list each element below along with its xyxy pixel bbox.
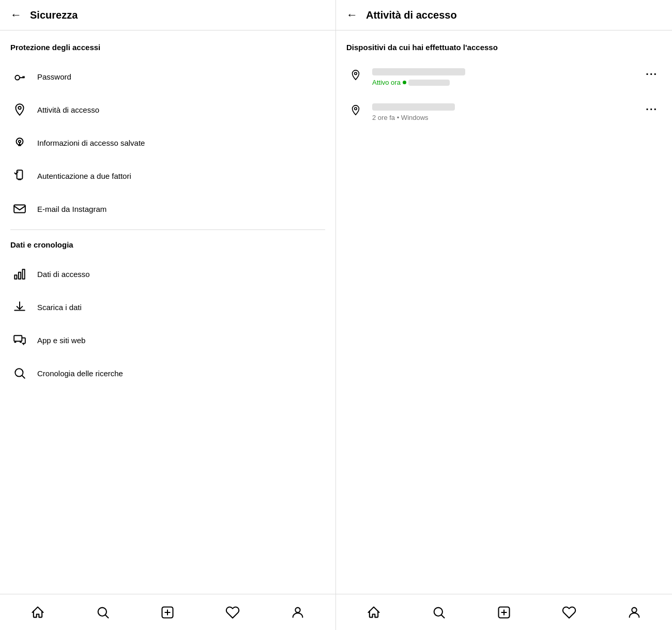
nav-heart-left[interactable]: [220, 600, 245, 625]
svg-rect-8: [22, 269, 24, 279]
device-name-blurred-1: [372, 68, 465, 75]
device-location-icon-2: [346, 103, 365, 122]
left-back-button[interactable]: ←: [10, 8, 22, 22]
menu-item-two-factor[interactable]: Autenticazione a due fattori: [10, 159, 325, 192]
device-item-2: 2 ore fa • Windows ···: [346, 95, 662, 130]
svg-point-18: [632, 607, 636, 612]
device-name-blurred-2: [372, 103, 455, 111]
svg-point-11: [98, 607, 106, 616]
nav-search-right[interactable]: [426, 600, 451, 625]
nav-add-right[interactable]: [492, 600, 516, 625]
active-dot-1: [403, 81, 406, 84]
menu-item-email-label: E-mail da Instagram: [37, 205, 106, 213]
svg-point-16: [434, 607, 442, 616]
mail-icon: [10, 199, 29, 218]
nav-profile-left[interactable]: [285, 600, 310, 625]
section-divider: [10, 229, 325, 230]
menu-item-apps-web-label: App e siti web: [37, 336, 85, 345]
menu-item-login-activity-label: Attività di accesso: [37, 105, 99, 114]
menu-item-download-data-label: Scarica i dati: [37, 303, 82, 312]
menu-item-search-history[interactable]: Cronologia delle ricerche: [10, 357, 325, 390]
left-panel: ← Sicurezza Protezione degli accessi Pas…: [0, 0, 336, 630]
svg-rect-9: [14, 335, 22, 341]
left-panel-title: Sicurezza: [30, 9, 78, 21]
nav-home-left[interactable]: [25, 600, 50, 625]
search-history-icon: [10, 364, 29, 382]
menu-item-saved-login-label: Informazioni di accesso salvate: [37, 139, 145, 147]
svg-point-13: [295, 607, 300, 612]
device-status-active-1: Attivo ora: [372, 79, 642, 86]
monitor-icon: [10, 331, 29, 349]
nav-add-left[interactable]: [155, 600, 180, 625]
menu-item-login-activity[interactable]: Attività di accesso: [10, 93, 325, 126]
device-info-2: 2 ore fa • Windows: [372, 103, 642, 121]
nav-profile-right[interactable]: [622, 600, 647, 625]
menu-item-access-data-label: Dati di accesso: [37, 270, 90, 279]
svg-point-1: [18, 106, 21, 109]
key-icon: [10, 67, 29, 86]
bar-chart-icon: [10, 265, 29, 283]
section1-title: Protezione degli accessi: [10, 43, 325, 52]
svg-point-15: [355, 107, 357, 110]
right-back-button[interactable]: ←: [346, 8, 358, 22]
device-item-1: Attivo ora ···: [346, 60, 662, 95]
shield-phone-icon: [10, 166, 29, 185]
svg-point-10: [15, 368, 23, 376]
right-panel-header: ← Attività di accesso: [336, 0, 672, 30]
menu-item-password[interactable]: Password: [10, 60, 325, 93]
download-icon: [10, 298, 29, 316]
menu-item-apps-web[interactable]: App e siti web: [10, 324, 325, 357]
menu-item-saved-login[interactable]: Informazioni di accesso salvate: [10, 126, 325, 159]
keyhole-icon: [10, 133, 29, 152]
nav-heart-right[interactable]: [557, 600, 582, 625]
section2-title: Dati e cronologia: [10, 240, 325, 249]
right-panel-content: Dispositivi da cui hai effettuato l'acce…: [336, 30, 672, 594]
devices-section-title: Dispositivi da cui hai effettuato l'acce…: [346, 43, 662, 52]
menu-item-search-history-label: Cronologia delle ricerche: [37, 369, 123, 378]
svg-point-0: [15, 75, 20, 80]
device-more-button-1[interactable]: ···: [642, 68, 662, 80]
menu-item-email[interactable]: E-mail da Instagram: [10, 192, 325, 225]
left-panel-header: ← Sicurezza: [0, 0, 335, 30]
nav-home-right[interactable]: [361, 600, 386, 625]
nav-search-left[interactable]: [90, 600, 115, 625]
svg-rect-5: [14, 205, 25, 212]
menu-item-two-factor-label: Autenticazione a due fattori: [37, 172, 131, 180]
location-icon: [10, 100, 29, 119]
svg-point-14: [355, 72, 357, 75]
device-status-inactive-2: 2 ore fa • Windows: [372, 114, 642, 121]
device-location-icon-1: [346, 68, 365, 87]
svg-rect-7: [19, 272, 21, 279]
left-bottom-nav: [0, 594, 335, 630]
right-panel: ← Attività di accesso Dispositivi da cui…: [336, 0, 672, 630]
svg-rect-6: [14, 275, 17, 279]
right-bottom-nav: [336, 594, 672, 630]
menu-item-access-data[interactable]: Dati di accesso: [10, 257, 325, 290]
left-panel-content: Protezione degli accessi Password: [0, 30, 335, 594]
menu-item-download-data[interactable]: Scarica i dati: [10, 290, 325, 324]
device-info-1: Attivo ora: [372, 68, 642, 86]
right-panel-title: Attività di accesso: [366, 9, 457, 21]
menu-item-password-label: Password: [37, 72, 71, 81]
device-more-button-2[interactable]: ···: [642, 103, 662, 115]
